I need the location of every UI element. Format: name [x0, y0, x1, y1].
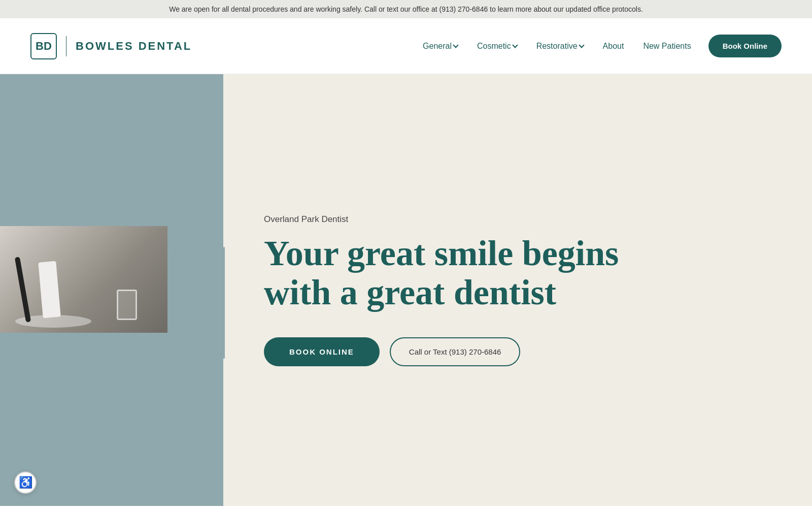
accessibility-icon: ♿	[19, 476, 32, 489]
logo-area: BD BOWLES DENTAL	[30, 33, 192, 59]
book-online-cta-button[interactable]: BOOK ONLINE	[264, 337, 380, 366]
nav-item-about[interactable]: About	[596, 38, 631, 55]
main-nav: General Cosmetic Restorative About New P…	[416, 35, 782, 57]
chevron-down-icon	[512, 42, 518, 48]
hero-photo-inner	[0, 226, 167, 333]
logo-icon: BD	[30, 33, 57, 59]
hero-photo-card	[0, 226, 167, 333]
hero-subtitle: Overland Park Dentist	[264, 214, 771, 225]
hero-right-panel: Overland Park Dentist Your great smile b…	[223, 74, 812, 506]
cta-row: BOOK ONLINE Call or Text (913) 270-6846	[264, 337, 771, 366]
nav-item-general[interactable]: General	[416, 38, 465, 55]
toothbrush-shape	[15, 257, 31, 323]
top-banner: We are open for all dental procedures an…	[0, 0, 812, 18]
nav-item-restorative[interactable]: Restorative	[529, 38, 591, 55]
chevron-down-icon	[453, 42, 458, 48]
logo-name: BOWLES DENTAL	[76, 40, 192, 53]
book-online-header-button[interactable]: Book Online	[708, 35, 782, 57]
nav-item-cosmetic[interactable]: Cosmetic	[470, 38, 524, 55]
toothpaste-shape	[38, 261, 60, 319]
logo-divider	[66, 36, 66, 56]
hero-section: Overland Park Dentist Your great smile b…	[0, 74, 812, 506]
nav-item-new-patients[interactable]: New Patients	[636, 38, 698, 55]
call-text-cta-button[interactable]: Call or Text (913) 270-6846	[390, 337, 521, 366]
hero-left-panel	[0, 74, 223, 506]
accessibility-button[interactable]: ♿	[14, 471, 37, 494]
chevron-down-icon	[579, 42, 584, 48]
glass-shape	[117, 290, 137, 320]
hero-headline: Your great smile begins with a great den…	[264, 234, 771, 312]
hero-headline-line2: with a great dentist	[264, 273, 556, 312]
banner-text: We are open for all dental procedures an…	[169, 5, 643, 13]
hero-headline-line1: Your great smile begins	[264, 234, 619, 273]
header: BD BOWLES DENTAL General Cosmetic Restor…	[0, 18, 812, 74]
